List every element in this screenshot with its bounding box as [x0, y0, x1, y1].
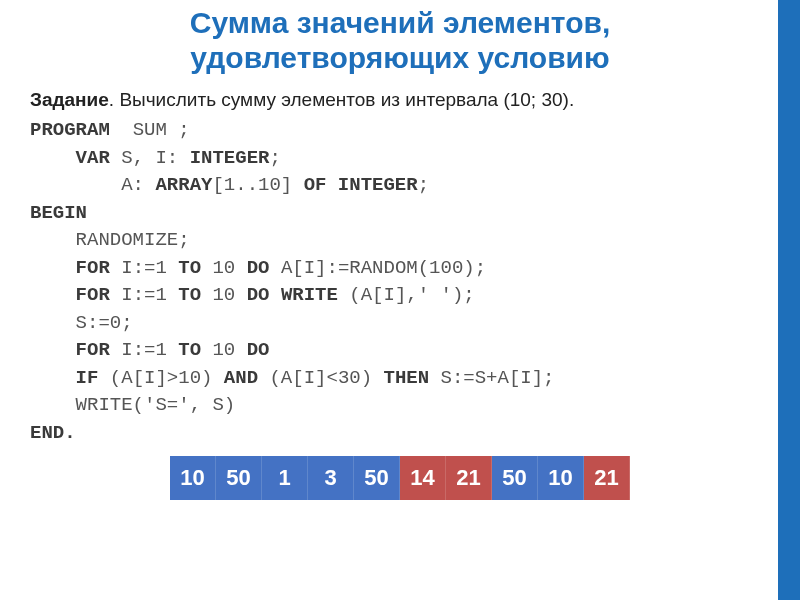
code-seg: s:=s+a[i];: [429, 367, 554, 389]
kw-then: then: [383, 367, 429, 389]
array-cell-9: 21: [584, 456, 630, 500]
kw-and: and: [224, 367, 258, 389]
array-cell-2: 1: [262, 456, 308, 500]
kw-begin: begin: [30, 202, 87, 224]
code-seg: (a[i]>10): [98, 367, 223, 389]
array-cell-0: 10: [170, 456, 216, 500]
array-cell-1: 50: [216, 456, 262, 500]
kw-to: to: [178, 284, 201, 306]
array-row: 105013501421501021: [0, 456, 800, 500]
kw-program: program: [30, 119, 110, 141]
kw-for: for: [30, 284, 110, 306]
code-block: program sum ; var s, i: integer; a: arra…: [0, 115, 800, 448]
array-cell-5: 14: [400, 456, 446, 500]
code-seg: 10: [201, 339, 247, 361]
title-line-1: Сумма значений элементов,: [190, 6, 611, 39]
accent-bar: [778, 0, 800, 600]
code-seg: a:: [30, 174, 155, 196]
array-cell-3: 3: [308, 456, 354, 500]
kw-for: for: [30, 257, 110, 279]
code-seg: ;: [269, 147, 280, 169]
array-cell-8: 10: [538, 456, 584, 500]
kw-for: for: [30, 339, 110, 361]
array-cell-4: 50: [354, 456, 400, 500]
code-seg: i:=1: [110, 284, 178, 306]
array-cell-6: 21: [446, 456, 492, 500]
code-seg: ;: [418, 174, 429, 196]
kw-do: do: [247, 257, 270, 279]
kw-var: var: [30, 147, 110, 169]
code-seg: [1..10]: [212, 174, 303, 196]
kw-to: to: [178, 257, 201, 279]
code-seg: sum ;: [110, 119, 190, 141]
kw-do: do: [247, 339, 270, 361]
code-seg: (a[i],' ');: [338, 284, 475, 306]
code-seg: (a[i]<30): [258, 367, 383, 389]
kw-to: to: [178, 339, 201, 361]
code-seg: 10: [201, 257, 247, 279]
task-text: . Вычислить сумму элементов из интервала…: [109, 89, 574, 110]
kw-integer: integer: [190, 147, 270, 169]
task-label: Задание: [30, 89, 109, 110]
title-line-2: удовлетворяющих условию: [190, 41, 609, 74]
code-seg: 10: [201, 284, 247, 306]
code-seg: s, i:: [110, 147, 190, 169]
code-seg: write('s=', s): [30, 394, 235, 416]
code-seg: s:=0;: [30, 312, 133, 334]
code-seg: i:=1: [110, 339, 178, 361]
code-seg: i:=1: [110, 257, 178, 279]
task-line: Задание. Вычислить сумму элементов из ин…: [0, 75, 800, 115]
kw-do-write: do write: [247, 284, 338, 306]
slide-title: Сумма значений элементов, удовлетворяющи…: [0, 0, 800, 75]
kw-if: if: [30, 367, 98, 389]
code-seg: randomize;: [30, 229, 190, 251]
code-seg: a[i]:=random(100);: [269, 257, 486, 279]
kw-end: end.: [30, 422, 76, 444]
array-cell-7: 50: [492, 456, 538, 500]
kw-of-integer: of integer: [304, 174, 418, 196]
kw-array: array: [155, 174, 212, 196]
